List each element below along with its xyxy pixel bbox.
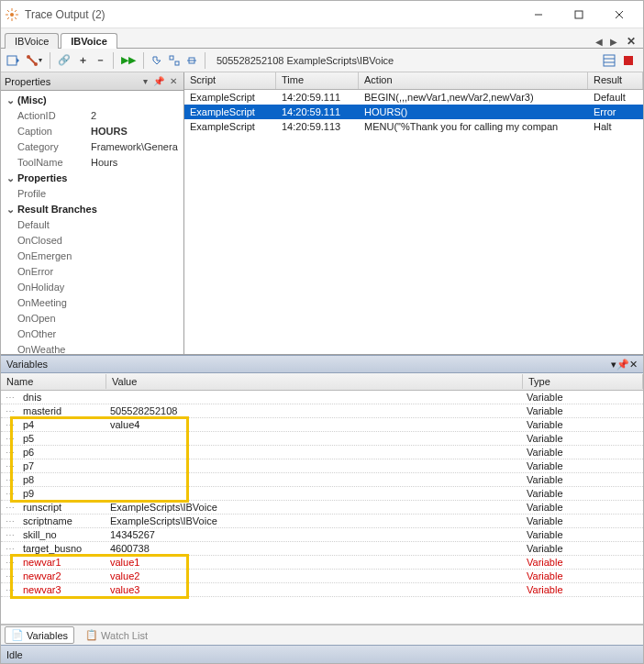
cell-value: 505528252108 — [106, 405, 523, 416]
minimize-button[interactable] — [518, 2, 559, 28]
cell-name: target_busno — [19, 543, 106, 554]
remove-button[interactable]: － — [93, 51, 107, 70]
svg-point-15 — [34, 62, 38, 66]
tab-variables[interactable]: 📄 Variables — [5, 626, 74, 644]
tab-close[interactable]: ✕ — [623, 35, 639, 48]
variable-row[interactable]: ⋯masterid505528252108Variable — [1, 404, 643, 418]
tab-scroll-right[interactable]: ▶ — [608, 37, 619, 47]
cell-value: ExampleScripts\IBVoice — [106, 515, 523, 526]
property-key: OnMeeting — [5, 296, 91, 310]
tree-connector-icon: ⋯ — [1, 558, 19, 568]
column-header-action[interactable]: Action — [359, 72, 588, 89]
watch-tab-icon: 📋 — [85, 629, 98, 641]
cell-action: MENU("%Thank you for calling my compan — [359, 121, 588, 132]
variable-row[interactable]: ⋯dnisVariable — [1, 391, 643, 404]
variable-row[interactable]: ⋯newvar3value3Variable — [1, 583, 643, 597]
variable-row[interactable]: ⋯runscriptExampleScripts\IBVoiceVariable — [1, 501, 643, 515]
cell-type: Variable — [523, 515, 643, 526]
variable-row[interactable]: ⋯p5Variable — [1, 432, 643, 446]
svg-line-6 — [15, 17, 17, 19]
stop-icon[interactable] — [621, 51, 636, 70]
panel-pin-icon[interactable]: 📌 — [150, 76, 167, 86]
trace-row[interactable]: ExampleScript14:20:59.113MENU("%Thank yo… — [184, 119, 643, 134]
cell-type: Variable — [523, 529, 643, 540]
cell-action: BEGIN(,,,newVar1,newVar2,newVar3) — [359, 92, 588, 103]
cell-name: skill_no — [19, 529, 106, 540]
tree-connector-icon: ⋯ — [1, 393, 19, 403]
property-key: OnHoliday — [5, 281, 91, 294]
dropdown-icon[interactable] — [5, 51, 21, 70]
column-header-script[interactable]: Script — [184, 72, 276, 89]
cell-type: Variable — [523, 570, 643, 581]
tab-ibvoice-1[interactable]: IBVoice — [5, 33, 59, 49]
tab-scroll-left[interactable]: ◀ — [594, 37, 605, 47]
cell-script: ExampleScript — [184, 92, 276, 103]
svg-rect-13 — [7, 56, 17, 65]
cell-type: Variable — [523, 419, 643, 430]
svg-rect-23 — [624, 56, 633, 65]
variable-row[interactable]: ⋯p8Variable — [1, 473, 643, 487]
cell-name: p8 — [19, 474, 106, 485]
close-button[interactable] — [599, 2, 639, 28]
bottom-tabs: 📄 Variables 📋 Watch List — [1, 625, 643, 645]
property-key: Default — [5, 218, 91, 232]
expand-icon[interactable]: ⌄ — [5, 203, 16, 216]
tools-icon[interactable]: ▾ — [24, 51, 44, 70]
cell-name: scriptname — [19, 515, 106, 526]
cell-value: value3 — [106, 584, 523, 595]
tree-connector-icon: ⋯ — [1, 461, 19, 471]
column-header-value[interactable]: Value — [106, 374, 523, 389]
step-in-icon[interactable] — [150, 51, 164, 70]
cell-result: Halt — [588, 121, 643, 132]
panel-close-icon[interactable]: ✕ — [629, 359, 638, 371]
cell-result: Default — [588, 92, 643, 103]
variable-row[interactable]: ⋯p9Variable — [1, 487, 643, 501]
tree-connector-icon: ⋯ — [1, 406, 19, 416]
run-icon[interactable]: ▶▶ — [119, 51, 138, 70]
tab-ibvoice-2[interactable]: IBVoice — [61, 33, 117, 49]
tree-connector-icon: ⋯ — [1, 489, 19, 499]
cell-type: Variable — [523, 488, 643, 499]
variable-row[interactable]: ⋯newvar1value1Variable — [1, 556, 643, 570]
grid-icon[interactable] — [601, 51, 617, 70]
column-header-result[interactable]: Result — [588, 72, 643, 89]
variable-row[interactable]: ⋯target_busno4600738Variable — [1, 542, 643, 556]
cell-type: Variable — [523, 460, 643, 471]
step-out-icon[interactable] — [184, 51, 199, 70]
column-header-type[interactable]: Type — [523, 374, 643, 389]
cell-name: dnis — [19, 392, 106, 403]
cell-type: Variable — [523, 474, 643, 485]
column-header-name[interactable]: Name — [1, 374, 106, 389]
cell-value: 14345267 — [106, 529, 523, 540]
maximize-button[interactable] — [559, 2, 599, 28]
tree-connector-icon: ⋯ — [1, 544, 19, 554]
tab-watch-list[interactable]: 📋 Watch List — [80, 627, 153, 643]
property-key: OnEmergen — [5, 249, 91, 263]
variable-row[interactable]: ⋯p6Variable — [1, 446, 643, 459]
window-title: Trace Output (2) — [25, 8, 518, 21]
variable-row[interactable]: ⋯scriptnameExampleScripts\IBVoiceVariabl… — [1, 515, 643, 528]
link-icon: 🔗 — [56, 51, 72, 70]
trace-row[interactable]: ExampleScript14:20:59.111HOURS()Error — [184, 105, 643, 119]
cell-time: 14:20:59.113 — [276, 121, 359, 132]
panel-close-icon[interactable]: ✕ — [167, 76, 180, 86]
variable-row[interactable]: ⋯p7Variable — [1, 459, 643, 473]
expand-icon[interactable]: ⌄ — [5, 172, 16, 185]
cell-name: p5 — [19, 433, 106, 444]
panel-pin-icon[interactable]: 📌 — [616, 359, 629, 371]
trace-row[interactable]: ExampleScript14:20:59.111BEGIN(,,,newVar… — [184, 90, 643, 105]
step-over-icon[interactable] — [167, 51, 182, 70]
column-header-time[interactable]: Time — [276, 72, 359, 89]
cell-action: HOURS() — [359, 106, 588, 117]
variable-row[interactable]: ⋯p4value4Variable — [1, 418, 643, 432]
variable-row[interactable]: ⋯skill_no14345267Variable — [1, 528, 643, 542]
variable-row[interactable]: ⋯newvar2value2Variable — [1, 570, 643, 583]
add-button[interactable]: ＋ — [75, 51, 90, 70]
svg-rect-20 — [604, 55, 615, 66]
svg-line-8 — [7, 17, 9, 19]
tree-connector-icon: ⋯ — [1, 530, 19, 540]
properties-title: Properties — [5, 76, 50, 87]
panel-menu-icon[interactable]: ▾ — [140, 76, 150, 86]
expand-icon[interactable]: ⌄ — [5, 94, 16, 107]
cell-type: Variable — [523, 433, 643, 444]
